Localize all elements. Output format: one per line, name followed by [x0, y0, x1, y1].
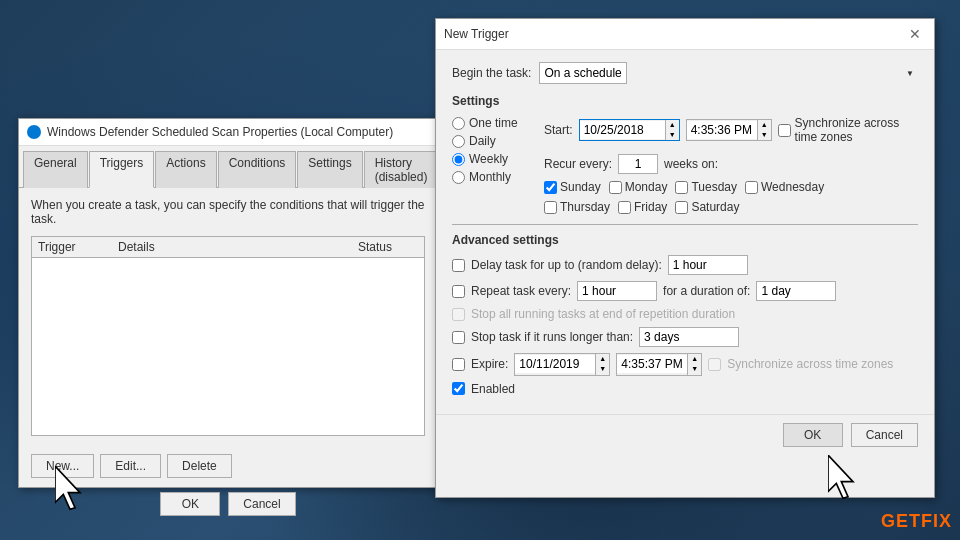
radio-weekly[interactable]: Weekly: [452, 152, 532, 166]
begin-task-select-wrapper: On a schedule: [539, 62, 918, 84]
expire-sync-checkbox[interactable]: [708, 358, 721, 371]
triggers-table: Trigger Details Status: [31, 236, 425, 436]
stop-running-checkbox[interactable]: [452, 308, 465, 321]
radio-weekly-input[interactable]: [452, 153, 465, 166]
recur-value-input[interactable]: [618, 154, 658, 174]
day-tuesday[interactable]: Tuesday: [675, 180, 737, 194]
time-spin-down[interactable]: ▼: [758, 130, 771, 140]
day-sunday-checkbox[interactable]: [544, 181, 557, 194]
date-spin-up[interactable]: ▲: [666, 120, 679, 130]
expire-date-down[interactable]: ▼: [596, 364, 609, 374]
day-sunday[interactable]: Sunday: [544, 180, 601, 194]
radio-monthly[interactable]: Monthly: [452, 170, 532, 184]
day-wednesday-checkbox[interactable]: [745, 181, 758, 194]
expire-date-spin: ▲ ▼: [595, 354, 609, 375]
day-friday-checkbox[interactable]: [618, 201, 631, 214]
repeat-checkbox[interactable]: [452, 285, 465, 298]
new-button[interactable]: New...: [31, 454, 94, 478]
main-action-buttons: New... Edit... Delete: [19, 446, 437, 486]
radio-monthly-input[interactable]: [452, 171, 465, 184]
main-cancel-button[interactable]: Cancel: [228, 492, 295, 516]
date-spin-buttons: ▲ ▼: [665, 120, 679, 141]
delay-checkbox[interactable]: [452, 259, 465, 272]
trigger-ok-button[interactable]: OK: [783, 423, 843, 447]
day-tuesday-checkbox[interactable]: [675, 181, 688, 194]
radio-daily-input[interactable]: [452, 135, 465, 148]
col-details: Details: [118, 240, 358, 254]
day-saturday[interactable]: Saturday: [675, 200, 739, 214]
day-wednesday-label: Wednesday: [761, 180, 824, 194]
begin-task-label: Begin the task:: [452, 66, 531, 80]
sync-timezone-checkbox[interactable]: [778, 124, 791, 137]
expire-sync-label: Synchronize across time zones: [727, 357, 893, 371]
day-monday-checkbox[interactable]: [609, 181, 622, 194]
date-spin-down[interactable]: ▼: [666, 130, 679, 140]
expire-date-wrapper: ▲ ▼: [514, 353, 610, 376]
enabled-checkbox[interactable]: [452, 382, 465, 395]
table-header: Trigger Details Status: [32, 237, 424, 258]
duration-select[interactable]: 1 day: [756, 281, 836, 301]
repeat-task-row: Repeat task every: 1 hour for a duration…: [452, 281, 918, 301]
day-thursday[interactable]: Thursday: [544, 200, 610, 214]
day-wednesday[interactable]: Wednesday: [745, 180, 824, 194]
tab-conditions[interactable]: Conditions: [218, 151, 297, 188]
expire-checkbox[interactable]: [452, 358, 465, 371]
expire-date-input[interactable]: [515, 355, 595, 373]
expire-date-up[interactable]: ▲: [596, 354, 609, 364]
tab-bar: General Triggers Actions Conditions Sett…: [19, 146, 437, 188]
settings-section-label: Settings: [452, 94, 918, 108]
time-spin-up[interactable]: ▲: [758, 120, 771, 130]
trigger-close-button[interactable]: ✕: [904, 25, 926, 43]
trigger-description: When you create a task, you can specify …: [31, 198, 425, 226]
tab-general[interactable]: General: [23, 151, 88, 188]
trigger-content: Begin the task: On a schedule Settings O…: [436, 50, 934, 414]
radio-daily[interactable]: Daily: [452, 134, 532, 148]
start-time-input[interactable]: [687, 121, 757, 139]
expire-time-up[interactable]: ▲: [688, 354, 701, 364]
start-date-input[interactable]: [580, 121, 665, 139]
trigger-cancel-button[interactable]: Cancel: [851, 423, 918, 447]
day-thursday-checkbox[interactable]: [544, 201, 557, 214]
radio-daily-label: Daily: [469, 134, 496, 148]
day-saturday-label: Saturday: [691, 200, 739, 214]
days-row-2: Thursday Friday Saturday: [544, 200, 918, 214]
tab-history[interactable]: History (disabled): [364, 151, 439, 188]
delay-task-row: Delay task for up to (random delay): 1 h…: [452, 255, 918, 275]
watermark-accent: E: [896, 511, 909, 531]
delay-label: Delay task for up to (random delay):: [471, 258, 662, 272]
main-dialog-title: Windows Defender Scheduled Scan Properti…: [47, 125, 393, 139]
day-saturday-checkbox[interactable]: [675, 201, 688, 214]
shield-icon: [27, 125, 41, 139]
begin-task-row: Begin the task: On a schedule: [452, 62, 918, 84]
stop-longer-checkbox[interactable]: [452, 331, 465, 344]
delete-button[interactable]: Delete: [167, 454, 232, 478]
begin-task-select[interactable]: On a schedule: [539, 62, 627, 84]
day-monday[interactable]: Monday: [609, 180, 668, 194]
main-ok-button[interactable]: OK: [160, 492, 220, 516]
main-dialog-content: When you create a task, you can specify …: [19, 188, 437, 446]
stop-longer-label: Stop task if it runs longer than:: [471, 330, 633, 344]
expire-row: Expire: ▲ ▼ ▲ ▼ Synchronize acros: [452, 353, 918, 376]
sync-timezone-label: Synchronize across time zones: [795, 116, 918, 144]
radio-one-time-input[interactable]: [452, 117, 465, 130]
expire-time-down[interactable]: ▼: [688, 364, 701, 374]
tab-actions[interactable]: Actions: [155, 151, 216, 188]
tab-triggers[interactable]: Triggers: [89, 151, 155, 188]
day-friday[interactable]: Friday: [618, 200, 667, 214]
stop-longer-select[interactable]: 3 days: [639, 327, 739, 347]
repeat-select[interactable]: 1 hour: [577, 281, 657, 301]
trigger-title-left: New Trigger: [444, 27, 509, 41]
radio-one-time[interactable]: One time: [452, 116, 532, 130]
title-left: Windows Defender Scheduled Scan Properti…: [27, 125, 393, 139]
advanced-label: Advanced settings: [452, 233, 918, 247]
day-friday-label: Friday: [634, 200, 667, 214]
edit-button[interactable]: Edit...: [100, 454, 161, 478]
delay-select[interactable]: 1 hour: [668, 255, 748, 275]
expire-time-input[interactable]: [617, 355, 687, 373]
start-label: Start:: [544, 123, 573, 137]
stop-running-row: Stop all running tasks at end of repetit…: [452, 307, 918, 321]
separator-1: [452, 224, 918, 225]
trigger-footer: OK Cancel: [436, 414, 934, 455]
tab-settings[interactable]: Settings: [297, 151, 362, 188]
enabled-row: Enabled: [452, 382, 918, 396]
